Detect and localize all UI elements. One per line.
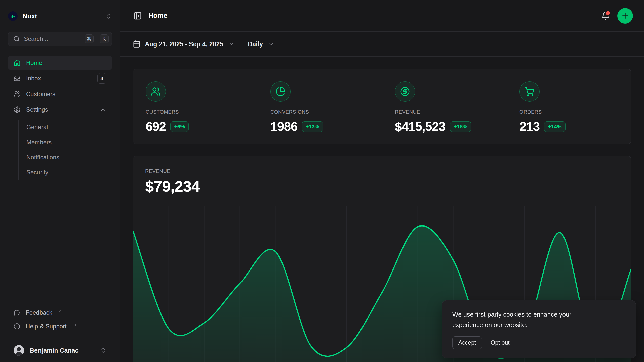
- calendar-icon: [133, 40, 140, 48]
- sidebar-item-security[interactable]: Security: [19, 165, 112, 180]
- page-header: Home: [120, 0, 644, 32]
- sidebar-item-members[interactable]: Members: [19, 135, 112, 150]
- app-window: Nuxt Search... ⌘ K Home: [0, 0, 644, 362]
- feedback-link[interactable]: Feedback: [8, 306, 112, 320]
- sidebar-item-general[interactable]: General: [19, 120, 112, 135]
- chevron-up-icon: [100, 106, 106, 113]
- stat-delta-badge: +13%: [302, 121, 323, 132]
- stats-card: CUSTOMERS 692 +6% CONVERSIONS 1986 +13%: [133, 69, 631, 144]
- chevrons-up-down-icon: [100, 347, 106, 354]
- stat-value: $415,523: [395, 119, 446, 134]
- stat-value: 1986: [270, 119, 297, 134]
- chat-bubble-icon: [14, 309, 20, 316]
- workspace-name: Nuxt: [23, 12, 37, 20]
- stat-value: 692: [146, 119, 166, 134]
- notification-dot: [605, 10, 611, 16]
- chevron-down-icon: [268, 41, 274, 47]
- chevron-down-icon: [228, 41, 235, 47]
- panel-left-icon: [133, 12, 142, 20]
- chart-current-value: $79,234: [133, 177, 631, 195]
- stat-orders: ORDERS 213 +14%: [507, 69, 631, 144]
- avatar: [14, 345, 24, 356]
- cart-icon: [519, 81, 540, 102]
- granularity-select[interactable]: Daily: [248, 40, 274, 48]
- stat-delta-badge: +14%: [544, 121, 565, 132]
- sidebar-item-label: Customers: [26, 90, 55, 98]
- user-name: Benjamin Canac: [30, 347, 79, 354]
- stat-delta-badge: +18%: [450, 121, 471, 132]
- sidebar-item-customers[interactable]: Customers: [8, 87, 112, 101]
- gear-icon: [14, 106, 21, 113]
- page-title: Home: [148, 12, 167, 20]
- cookie-banner: We use first-party cookies to enhance yo…: [442, 300, 636, 358]
- users-icon: [146, 81, 166, 102]
- info-circle-icon: [14, 323, 20, 330]
- inbox-count-badge: 4: [97, 73, 106, 84]
- stat-customers: CUSTOMERS 692 +6%: [133, 69, 258, 144]
- sidebar-item-label: Inbox: [26, 75, 41, 82]
- kbd-k: K: [100, 34, 109, 43]
- accept-cookies-button[interactable]: Accept: [452, 336, 482, 349]
- sidebar-item-settings[interactable]: Settings: [8, 103, 112, 117]
- users-icon: [14, 90, 21, 98]
- stat-delta-badge: +6%: [170, 121, 189, 132]
- add-button[interactable]: [617, 8, 633, 24]
- stat-label: ORDERS: [519, 109, 631, 115]
- search-icon: [13, 36, 20, 42]
- stat-conversions: CONVERSIONS 1986 +13%: [258, 69, 382, 144]
- workspace-switcher[interactable]: Nuxt: [8, 10, 112, 22]
- external-link-icon: [73, 323, 77, 327]
- plus-icon: [621, 12, 629, 20]
- collapse-sidebar-button[interactable]: [131, 10, 144, 22]
- home-icon: [14, 59, 21, 66]
- header-actions: [599, 8, 633, 24]
- sidebar-item-label: Home: [26, 59, 42, 66]
- inbox-icon: [14, 75, 21, 82]
- kbd-command: ⌘: [85, 34, 94, 43]
- pie-chart-icon: [270, 81, 291, 102]
- stat-revenue: REVENUE $415,523 +18%: [382, 69, 507, 144]
- settings-sub-list: General Members Notifications Security: [18, 120, 112, 180]
- help-support-label: Help & Support: [26, 323, 67, 330]
- user-menu[interactable]: Benjamin Canac: [8, 339, 112, 362]
- chevrons-up-down-icon: [105, 13, 112, 19]
- stat-label: CUSTOMERS: [146, 109, 258, 115]
- sidebar-nav: Home Inbox 4 Customers Settings: [8, 56, 112, 180]
- stat-label: CONVERSIONS: [270, 109, 382, 115]
- nuxt-logo-icon: [8, 11, 18, 21]
- search-placeholder: Search...: [24, 35, 80, 42]
- sidebar-item-label: Settings: [26, 106, 48, 113]
- date-range-picker[interactable]: Aug 21, 2025 - Sep 4, 2025: [133, 40, 235, 48]
- date-range-value: Aug 21, 2025 - Sep 4, 2025: [145, 40, 223, 48]
- feedback-label: Feedback: [26, 309, 52, 316]
- help-support-link[interactable]: Help & Support: [8, 320, 112, 333]
- cookie-message: We use first-party cookies to enhance yo…: [452, 309, 598, 330]
- sidebar-item-inbox[interactable]: Inbox 4: [8, 71, 112, 85]
- external-link-icon: [58, 309, 62, 313]
- dollar-circle-icon: [395, 81, 415, 102]
- stat-label: REVENUE: [395, 109, 507, 115]
- sidebar: Nuxt Search... ⌘ K Home: [0, 0, 120, 362]
- notifications-button[interactable]: [599, 10, 612, 22]
- sidebar-item-notifications[interactable]: Notifications: [19, 150, 112, 165]
- granularity-value: Daily: [248, 40, 263, 48]
- search-input[interactable]: Search... ⌘ K: [8, 32, 112, 46]
- chart-title: REVENUE: [133, 168, 631, 174]
- sidebar-footer: Feedback Help & Support Benjami: [8, 306, 112, 362]
- optout-cookies-button[interactable]: Opt out: [491, 339, 509, 346]
- filters-toolbar: Aug 21, 2025 - Sep 4, 2025 Daily: [120, 32, 644, 57]
- sidebar-item-home[interactable]: Home: [8, 56, 112, 70]
- stat-value: 213: [519, 119, 540, 134]
